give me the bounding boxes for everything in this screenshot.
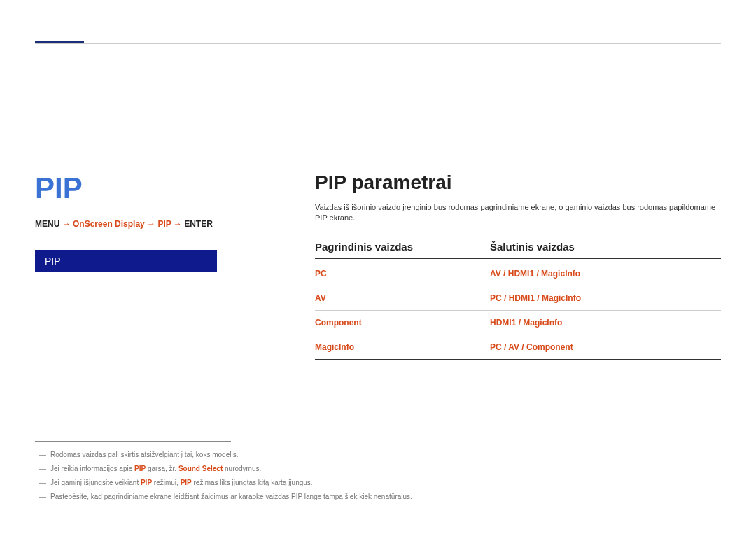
footnote-text: Rodomas vaizdas gali skirtis atsižvelgia… xyxy=(50,450,238,460)
footnote-3: ― Jei gaminį išjungsite veikiant PIP rež… xyxy=(35,478,721,488)
cell-sub: PC / HDMI1 / MagicInfo xyxy=(490,293,721,303)
th-main: Pagrindinis vaizdas xyxy=(315,241,490,253)
footnote-2: ― Jei reikia informacijos apie PIP garsą… xyxy=(35,464,721,474)
table-row: AV PC / HDMI1 / MagicInfo xyxy=(315,286,721,311)
footnotes: ― Rodomas vaizdas gali skirtis atsižvelg… xyxy=(35,441,721,506)
table-row: Component HDMI1 / MagicInfo xyxy=(315,311,721,335)
table-row: PC AV / HDMI1 / MagicInfo xyxy=(315,262,721,286)
bc-path-1: → OnScreen Display → PIP → xyxy=(59,219,184,229)
footnote-rule xyxy=(35,441,231,442)
footnote-text: Jei reikia informacijos apie PIP garsą, … xyxy=(50,464,261,474)
footnote-text: Jei gaminį išjungsite veikiant PIP režim… xyxy=(50,478,313,488)
th-sub: Šalutinis vaizdas xyxy=(490,241,721,253)
cell-sub: PC / AV / Component xyxy=(490,342,721,352)
dash-icon: ― xyxy=(39,450,46,460)
cell-main: AV xyxy=(315,293,490,303)
cell-main: MagicInfo xyxy=(315,342,490,352)
right-desc: Vaizdas iš išorinio vaizdo įrenginio bus… xyxy=(315,202,721,224)
footnote-text: Pastebėsite, kad pagrindiniame ekrane le… xyxy=(50,492,412,502)
pip-box: PIP xyxy=(35,250,217,272)
right-column: PIP parametrai Vaizdas iš išorinio vaizd… xyxy=(287,171,721,360)
cell-main: Component xyxy=(315,318,490,328)
breadcrumb: MENU → OnScreen Display → PIP → ENTER xyxy=(35,219,287,229)
cell-sub: AV / HDMI1 / MagicInfo xyxy=(490,269,721,279)
table-row: MagicInfo PC / AV / Component xyxy=(315,335,721,360)
header-rule xyxy=(35,43,721,44)
bc-enter: ENTER xyxy=(184,219,213,229)
cell-main: PC xyxy=(315,269,490,279)
footnote-4: ― Pastebėsite, kad pagrindiniame ekrane … xyxy=(35,492,721,502)
cell-sub: HDMI1 / MagicInfo xyxy=(490,318,721,328)
pip-heading: PIP xyxy=(35,171,287,205)
right-heading: PIP parametrai xyxy=(315,171,721,194)
table-header-row: Pagrindinis vaizdas Šalutinis vaizdas xyxy=(315,241,721,259)
dash-icon: ― xyxy=(39,464,46,474)
pip-table: Pagrindinis vaizdas Šalutinis vaizdas PC… xyxy=(315,241,721,360)
dash-icon: ― xyxy=(39,478,46,488)
page-content: PIP MENU → OnScreen Display → PIP → ENTE… xyxy=(35,171,721,360)
footnote-1: ― Rodomas vaizdas gali skirtis atsižvelg… xyxy=(35,450,721,460)
left-column: PIP MENU → OnScreen Display → PIP → ENTE… xyxy=(35,171,287,360)
bc-menu: MENU xyxy=(35,219,59,229)
dash-icon: ― xyxy=(39,492,46,502)
